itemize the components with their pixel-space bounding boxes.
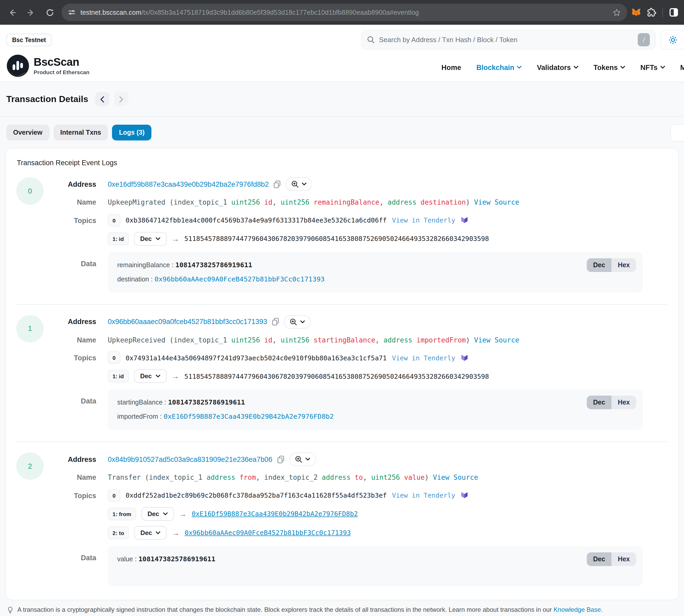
topic-format-select[interactable]: Dec (141, 507, 174, 521)
browser-forward-button[interactable] (24, 5, 38, 20)
view-in-tenderly-link[interactable]: View in Tenderly (392, 216, 455, 224)
brand-name: BscScan (33, 56, 89, 68)
tenderly-icon (460, 354, 469, 362)
extensions-puzzle-icon (647, 8, 656, 17)
previous-transaction-button[interactable] (95, 92, 109, 106)
nav-item-home[interactable]: Home (441, 63, 461, 71)
data-address-link[interactable]: 0xE16Df59B887e3Caa439E0b29B42bA2e7976FD8… (163, 413, 334, 420)
sun-icon (668, 36, 677, 44)
view-source-link[interactable]: View Source (433, 474, 478, 481)
topic-row: 0 0xddf252ad1be2c89b69c2b068fc378daa952b… (108, 489, 667, 502)
hex-toggle-button[interactable]: Hex (612, 396, 636, 409)
extensions-button[interactable] (647, 8, 656, 17)
event-signature: UpkeepReceived (index_topic_1 uint256 id… (108, 335, 667, 345)
event-log-entry: 1 Address 0x96bb60aaaec09a0fceb4527b81bb… (6, 304, 678, 430)
side-panel-icon (669, 8, 678, 17)
log-index-badge: 0 (16, 177, 44, 205)
view-source-link[interactable]: View Source (474, 336, 519, 344)
address-bar[interactable]: testnet.bscscan.com/tx/0x85b3a147518719d… (62, 4, 627, 21)
dec-hex-toggle: Dec Hex (587, 552, 636, 566)
tab-logs-3[interactable]: Logs (3) (112, 125, 152, 140)
arrow-right-icon: → (172, 372, 179, 380)
browser-back-button[interactable] (5, 5, 20, 20)
site-settings-icon[interactable] (68, 8, 76, 16)
chevron-down-icon (660, 66, 665, 69)
dec-hex-toggle: Dec Hex (587, 396, 636, 409)
browser-reload-button[interactable] (43, 5, 57, 20)
copy-address-button[interactable] (272, 318, 279, 326)
dec-toggle-button[interactable]: Dec (587, 258, 612, 272)
view-in-tenderly-link[interactable]: View in Tenderly (392, 491, 455, 499)
topic-row: 0 0xb38647142fbb1ea4c000fc4569b37a4e9a9f… (108, 214, 667, 226)
topic-hash: 0x74931a144e43a50694897f241d973aecb5024c… (126, 354, 387, 362)
log-index-badge: 2 (16, 453, 44, 480)
nav-item-m[interactable]: M (680, 63, 684, 71)
tenderly-icon (460, 216, 469, 224)
log-address-link[interactable]: 0xe16df59b887e3caa439e0b29b42ba2e7976fd8… (108, 180, 269, 188)
view-in-tenderly-link[interactable]: View in Tenderly (392, 354, 455, 362)
network-badge[interactable]: Bsc Testnet (6, 34, 52, 46)
clipped-right-button[interactable] (670, 124, 684, 141)
topic-value: 5118545788897447796043067820397906085416… (184, 372, 489, 380)
log-address-link[interactable]: 0x96bb60aaaec09a0fceb4527b81bbf3cc0c1713… (108, 318, 267, 326)
copy-address-button[interactable] (277, 455, 284, 463)
url-text: testnet.bscscan.com/tx/0x85b3a147518719d… (81, 9, 419, 16)
nav-item-nfts[interactable]: NFTs (640, 63, 665, 71)
search-bar[interactable]: / (361, 30, 656, 49)
log-address-link[interactable]: 0x84b9b910527ad5c03a9ca831909e21e236ea7b… (108, 455, 272, 463)
event-signature: UpkeepMigrated (index_topic_1 uint256 id… (108, 197, 667, 207)
chevron-down-icon (155, 375, 160, 378)
card-title: Transaction Receipt Event Logs (6, 159, 678, 167)
nav-item-blockchain[interactable]: Blockchain (476, 63, 522, 71)
nav-item-validators[interactable]: Validators (537, 63, 578, 71)
topic-format-select[interactable]: Dec (134, 232, 166, 245)
data-address-link[interactable]: 0x96bb60aAAec09A0FceB4527b81bbF3Cc0c1713… (155, 275, 325, 283)
topic-address-link[interactable]: 0x96bb60aAAec09A0FceB4527b81bbF3Cc0c1713… (185, 529, 351, 536)
data-line: destination : 0x96bb60aAAec09A0FceB4527b… (117, 274, 634, 283)
bookmark-star-button[interactable] (613, 8, 621, 17)
log-data-box: value : 1081473825786919611 Dec Hex (108, 546, 643, 586)
chevron-left-icon (100, 96, 105, 102)
topics-label: Topics (6, 351, 96, 362)
theme-toggle-button[interactable] (660, 30, 684, 49)
data-row: Data startingBalance : 10814738257869196… (6, 389, 667, 430)
chevron-down-icon (517, 66, 522, 69)
metamask-extension-button[interactable] (632, 8, 641, 17)
search-input[interactable] (379, 36, 634, 44)
topic-format-select[interactable]: Dec (134, 526, 167, 540)
chevron-right-icon (119, 96, 123, 102)
copy-address-button[interactable] (274, 180, 281, 188)
address-details-button[interactable] (286, 177, 313, 191)
topics-row: Topics 0 0x74931a144e43a50694897f241d973… (6, 351, 667, 383)
hex-toggle-button[interactable]: Hex (612, 258, 636, 272)
bscscan-logo[interactable]: BscScan Product of Etherscan (6, 54, 89, 77)
address-details-button[interactable] (289, 453, 316, 466)
event-logs-card: Transaction Receipt Event Logs 0 Address… (5, 148, 679, 600)
view-source-link[interactable]: View Source (474, 198, 519, 206)
log-index-badge: 1 (16, 315, 44, 342)
data-value: 1081473825786919611 (139, 555, 215, 563)
knowledge-base-link[interactable]: Knowledge Base. (554, 606, 603, 613)
zoom-in-icon (290, 318, 297, 325)
copy-icon (274, 180, 281, 188)
topic-hash: 0xb38647142fbb1ea4c000fc4569b37a4e9a9f63… (126, 216, 387, 224)
next-transaction-button[interactable] (114, 92, 128, 106)
tab-internal-txns[interactable]: Internal Txns (53, 125, 108, 140)
topic-value: 5118545788897447796043067820397906085416… (184, 235, 489, 242)
side-panel-button[interactable] (669, 8, 678, 17)
data-label: Data (6, 546, 96, 562)
dec-toggle-button[interactable]: Dec (587, 552, 612, 566)
nav-item-tokens[interactable]: Tokens (593, 63, 625, 71)
hex-toggle-button[interactable]: Hex (612, 552, 636, 566)
topic-address-link[interactable]: 0xE16Df59B887e3Caa439E0b29B42bA2e7976FD8… (192, 510, 358, 518)
zoom-in-icon (292, 180, 299, 188)
address-row: Address 0x96bb60aaaec09a0fceb4527b81bbf3… (6, 315, 667, 329)
topic-format-select[interactable]: Dec (134, 369, 166, 383)
topic-row: 0 0x74931a144e43a50694897f241d973aecb502… (108, 351, 667, 364)
topics-row: Topics 0 0xddf252ad1be2c89b69c2b068fc378… (6, 489, 667, 540)
site-header: Bsc Testnet / (0, 25, 684, 54)
tab-overview[interactable]: Overview (6, 125, 49, 140)
dec-toggle-button[interactable]: Dec (587, 396, 612, 409)
arrow-right-icon: → (179, 509, 186, 518)
address-details-button[interactable] (284, 315, 311, 329)
